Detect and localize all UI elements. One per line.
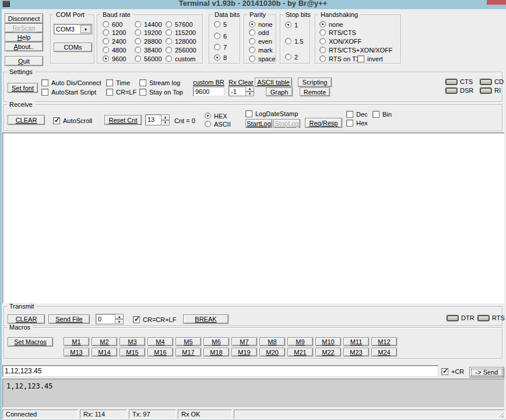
receive-clear-button[interactable]: CLEAR	[8, 115, 45, 125]
cr-crlf-checkbox[interactable]: CR=CR+LF	[133, 316, 176, 323]
baud-38400-radio[interactable]: 38400	[135, 46, 162, 54]
baud-600-radio[interactable]: 600	[103, 20, 122, 28]
autostart-script-checkbox[interactable]: AutoStart Script	[41, 88, 96, 96]
macro-button-m5[interactable]: M5	[175, 337, 201, 346]
scripting-button[interactable]: Scripting	[298, 78, 332, 87]
baud-custom-radio[interactable]: custom	[166, 55, 195, 62]
spin-down-icon[interactable]: ▼	[115, 319, 124, 324]
macro-button-m9[interactable]: M9	[287, 337, 313, 346]
databits-5-radio[interactable]: 5	[214, 20, 227, 28]
rts-led[interactable]	[477, 315, 490, 321]
hex-checkbox[interactable]: Hex	[346, 119, 368, 127]
baud-14400-radio[interactable]: 14400	[135, 20, 162, 28]
macro-button-m11[interactable]: M11	[343, 337, 369, 346]
baud-1200-radio[interactable]: 1200	[103, 29, 126, 36]
stopbits-2-radio[interactable]: 2	[285, 53, 298, 61]
hex-display-radio[interactable]: HEX	[205, 112, 227, 120]
plus-cr-checkbox[interactable]: +CR	[441, 368, 464, 375]
parity-even-radio[interactable]: even	[249, 37, 272, 45]
macro-button-m6[interactable]: M6	[203, 337, 229, 346]
parity-mark-radio[interactable]: mark	[249, 46, 272, 54]
macro-button-m24[interactable]: M24	[371, 348, 397, 356]
baud-19200-radio[interactable]: 19200	[135, 29, 162, 36]
parity-space-radio[interactable]: space	[249, 55, 275, 62]
startlog-button[interactable]: StartLog	[245, 119, 272, 128]
baud-56000-radio[interactable]: 56000	[135, 55, 162, 62]
baud-57600-radio[interactable]: 57600	[166, 20, 193, 28]
stopbits-1-radio[interactable]: 1	[285, 21, 298, 29]
baud-4800-radio[interactable]: 4800	[103, 46, 126, 54]
help-button[interactable]: Help	[5, 33, 43, 42]
quit-button[interactable]: Quit	[5, 56, 43, 66]
cr-lf-checkbox[interactable]: CR=LF	[106, 88, 136, 96]
spin-down-icon[interactable]: ▼	[245, 92, 254, 97]
logdatestamp-checkbox[interactable]: LogDateStamp	[245, 110, 298, 117]
handshake-rts-on-tx-radio[interactable]: RTS on TX	[319, 55, 360, 62]
set-font-button[interactable]: Set font	[8, 83, 38, 93]
databits-8-radio[interactable]: 8	[214, 54, 227, 61]
baud-115200-radio[interactable]: 115200	[166, 29, 196, 36]
graph-button[interactable]: Graph	[266, 88, 293, 96]
ascii-table-button[interactable]: ASCII table	[255, 78, 292, 87]
baud-9600-radio[interactable]: 9600	[103, 55, 126, 62]
databits-6-radio[interactable]: 6	[214, 32, 227, 40]
databits-7-radio[interactable]: 7	[214, 43, 227, 51]
com-port-select[interactable]: COM3 ▼	[54, 24, 92, 34]
spin-up-icon[interactable]: ▲	[115, 314, 124, 319]
send-file-button[interactable]: Send File	[48, 314, 90, 324]
stay-on-top-checkbox[interactable]: Stay on Top	[139, 88, 183, 96]
transmit-clear-button[interactable]: CLEAR	[8, 314, 45, 324]
baud-128000-radio[interactable]: 128000	[166, 37, 196, 45]
macro-button-m8[interactable]: M8	[259, 337, 285, 346]
macro-button-m1[interactable]: M1	[64, 337, 89, 346]
spin-down-icon[interactable]: ▼	[161, 120, 170, 126]
spin-up-icon[interactable]: ▲	[245, 86, 254, 92]
macro-button-m14[interactable]: M14	[92, 348, 117, 356]
autoscroll-checkbox[interactable]: AutoScroll	[53, 117, 92, 124]
macro-button-m16[interactable]: M16	[147, 348, 173, 356]
stream-log-checkbox[interactable]: Stream log	[139, 79, 180, 86]
handshake-xonxoff-radio[interactable]: XON/XOFF	[319, 37, 361, 45]
baud-2400-radio[interactable]: 2400	[103, 37, 126, 45]
dec-checkbox[interactable]: Dec	[346, 110, 368, 118]
macro-button-m2[interactable]: M2	[92, 337, 117, 346]
disconnect-button[interactable]: Disconnect	[5, 13, 43, 23]
resize-grip[interactable]	[496, 410, 504, 418]
macro-button-m12[interactable]: M12	[371, 337, 397, 346]
stopbits-15-radio[interactable]: 1.5	[285, 37, 303, 45]
set-macros-button[interactable]: Set Macros	[8, 337, 53, 346]
handshake-rtscts-radio[interactable]: RTS/CTS	[319, 29, 356, 36]
about-button[interactable]: About..	[5, 42, 43, 51]
handshake-none-radio[interactable]: none	[319, 20, 343, 28]
reset-cnt-button[interactable]: Reset Cnt	[104, 115, 142, 125]
macro-button-m7[interactable]: M7	[231, 337, 257, 346]
close-button[interactable]	[487, 0, 506, 5]
macro-button-m23[interactable]: M23	[343, 348, 369, 356]
send-input[interactable]	[2, 365, 438, 377]
auto-disconnect-checkbox[interactable]: Auto Dis/Connect	[41, 79, 101, 86]
macro-button-m17[interactable]: M17	[175, 348, 201, 356]
macro-button-m19[interactable]: M19	[231, 348, 257, 356]
macro-button-m15[interactable]: M15	[120, 348, 145, 356]
macro-button-m21[interactable]: M21	[287, 348, 313, 356]
macro-button-m10[interactable]: M10	[315, 337, 341, 346]
bin-checkbox[interactable]: Bin	[373, 110, 392, 118]
chevron-down-icon[interactable]: ▼	[80, 25, 91, 33]
break-button[interactable]: BREAK	[183, 314, 229, 324]
ascii-display-radio[interactable]: ASCII	[205, 120, 231, 128]
dtr-led[interactable]	[447, 315, 459, 321]
macro-button-m20[interactable]: M20	[259, 348, 285, 356]
invert-checkbox[interactable]: invert	[357, 55, 383, 62]
baud-256000-radio[interactable]: 256000	[166, 46, 196, 54]
receive-terminal-view[interactable]	[2, 132, 505, 304]
custom-br-input[interactable]	[193, 86, 224, 96]
coms-button[interactable]: COMs	[54, 43, 92, 52]
macro-button-m22[interactable]: M22	[315, 348, 341, 356]
rx-count-spinner[interactable]: 13 ▲▼	[145, 114, 170, 125]
macro-button-m18[interactable]: M18	[203, 348, 229, 356]
handshake-rtscts-xonxoff-radio[interactable]: RTS/CTS+XON/XOFF	[319, 46, 393, 54]
baud-28800-radio[interactable]: 28800	[135, 37, 162, 45]
req-resp-button[interactable]: Req/Resp	[305, 118, 342, 128]
macro-button-m3[interactable]: M3	[120, 337, 145, 346]
rx-clear-spinner[interactable]: -1 ▲▼	[229, 86, 254, 96]
